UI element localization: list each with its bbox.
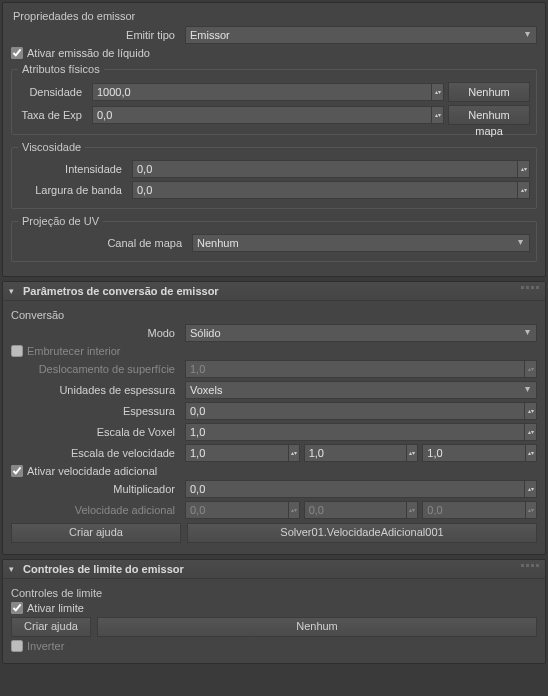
- create-help-limit-button[interactable]: Criar ajuda: [11, 617, 91, 637]
- chevron-down-icon: ▾: [9, 564, 19, 574]
- viscosity-group: Viscosidade Intensidade ▴▾ Largura de ba…: [11, 141, 537, 209]
- thickness-spinner[interactable]: ▴▾: [525, 402, 537, 420]
- velocity-scale-x-spinner[interactable]: ▴▾: [289, 444, 300, 462]
- activate-additional-velocity-label: Ativar velocidade adicional: [27, 465, 157, 477]
- additional-velocity-y-spinner: ▴▾: [407, 501, 418, 519]
- additional-velocity-z-spinner: ▴▾: [526, 501, 537, 519]
- density-spinner[interactable]: ▴▾: [432, 83, 444, 101]
- intensity-label: Intensidade: [18, 163, 128, 175]
- surface-disp-input: [185, 360, 525, 378]
- drag-handle-icon[interactable]: [521, 286, 539, 289]
- velocity-scale-y-input[interactable]: [304, 444, 408, 462]
- conversion-params-title: Parâmetros de conversão de emissor: [23, 285, 219, 297]
- velocity-scale-y-spinner[interactable]: ▴▾: [407, 444, 418, 462]
- emitter-limits-subheading: Controles de limite: [11, 587, 537, 599]
- uv-projection-group: Projeção de UV Canal de mapa Nenhum: [11, 215, 537, 262]
- conversion-subheading: Conversão: [11, 309, 537, 321]
- exp-rate-spinner[interactable]: ▴▾: [432, 106, 444, 124]
- exp-rate-map-button[interactable]: Nenhum mapa: [448, 105, 530, 125]
- voxel-scale-label: Escala de Voxel: [11, 426, 181, 438]
- velocity-scale-label: Escala de velocidade: [11, 447, 181, 459]
- exp-rate-input[interactable]: [92, 106, 432, 124]
- multiplier-spinner[interactable]: ▴▾: [525, 480, 537, 498]
- thickness-units-label: Unidades de espessura: [11, 384, 181, 396]
- multiplier-label: Multiplicador: [11, 483, 181, 495]
- thickness-label: Espessura: [11, 405, 181, 417]
- emit-type-label: Emitir tipo: [11, 29, 181, 41]
- emitter-limits-title: Controles de limite do emissor: [23, 563, 184, 575]
- limit-target-button[interactable]: Nenhum: [97, 617, 537, 637]
- activate-liquid-emission-label: Ativar emissão de líquido: [27, 47, 150, 59]
- additional-velocity-y-input: [304, 501, 408, 519]
- chevron-down-icon: ▾: [9, 286, 19, 296]
- density-map-button[interactable]: Nenhum mapa: [448, 82, 530, 102]
- activate-liquid-emission-checkbox[interactable]: [11, 47, 23, 59]
- additional-velocity-z-input: [422, 501, 526, 519]
- embrutecer-checkbox: [11, 345, 23, 357]
- additional-velocity-x-spinner: ▴▾: [289, 501, 300, 519]
- solver-ref-button[interactable]: Solver01.VelocidadeAdicional001: [187, 523, 537, 543]
- emitter-properties-panel: Propriedades do emissor Emitir tipo Emis…: [2, 2, 546, 277]
- drag-handle-icon[interactable]: [521, 564, 539, 567]
- emit-type-value: Emissor: [190, 29, 230, 41]
- physical-attributes-group: Atributos físicos Densidade ▴▾ Nenhum ma…: [11, 63, 537, 135]
- uv-projection-legend: Projeção de UV: [18, 215, 103, 227]
- thickness-input[interactable]: [185, 402, 525, 420]
- emit-type-dropdown[interactable]: Emissor: [185, 26, 537, 44]
- viscosity-legend: Viscosidade: [18, 141, 85, 153]
- additional-velocity-x-input: [185, 501, 289, 519]
- activate-limit-checkbox[interactable]: [11, 602, 23, 614]
- thickness-units-dropdown[interactable]: Voxels: [185, 381, 537, 399]
- multiplier-input[interactable]: [185, 480, 525, 498]
- intensity-spinner[interactable]: ▴▾: [518, 160, 530, 178]
- map-channel-value: Nenhum: [197, 237, 239, 249]
- emitter-limits-header[interactable]: ▾ Controles de limite do emissor: [3, 560, 545, 579]
- activate-additional-velocity-checkbox[interactable]: [11, 465, 23, 477]
- create-help-button[interactable]: Criar ajuda: [11, 523, 181, 543]
- activate-limit-label: Ativar limite: [27, 602, 84, 614]
- voxel-scale-spinner[interactable]: ▴▾: [525, 423, 537, 441]
- additional-velocity-label: Velocidade adicional: [11, 504, 181, 516]
- panel-title: Propriedades do emissor: [11, 7, 537, 22]
- velocity-scale-z-spinner[interactable]: ▴▾: [526, 444, 537, 462]
- map-channel-dropdown[interactable]: Nenhum: [192, 234, 530, 252]
- intensity-input[interactable]: [132, 160, 518, 178]
- bandwidth-label: Largura de banda: [18, 184, 128, 196]
- surface-disp-label: Deslocamento de superfície: [11, 363, 181, 375]
- voxel-scale-input[interactable]: [185, 423, 525, 441]
- thickness-units-value: Voxels: [190, 384, 222, 396]
- conversion-params-panel: ▾ Parâmetros de conversão de emissor Con…: [2, 281, 546, 555]
- embrutecer-label: Embrutecer interior: [27, 345, 121, 357]
- surface-disp-spinner: ▴▾: [525, 360, 537, 378]
- conversion-params-header[interactable]: ▾ Parâmetros de conversão de emissor: [3, 282, 545, 301]
- density-label: Densidade: [18, 86, 88, 98]
- bandwidth-input[interactable]: [132, 181, 518, 199]
- emitter-limits-panel: ▾ Controles de limite do emissor Control…: [2, 559, 546, 664]
- velocity-scale-z-input[interactable]: [422, 444, 526, 462]
- map-channel-label: Canal de mapa: [18, 237, 188, 249]
- mode-dropdown[interactable]: Sólido: [185, 324, 537, 342]
- invert-checkbox: [11, 640, 23, 652]
- velocity-scale-x-input[interactable]: [185, 444, 289, 462]
- density-input[interactable]: [92, 83, 432, 101]
- physical-attributes-legend: Atributos físicos: [18, 63, 104, 75]
- exp-rate-label: Taxa de Exp: [18, 109, 88, 121]
- bandwidth-spinner[interactable]: ▴▾: [518, 181, 530, 199]
- invert-label: Inverter: [27, 640, 64, 652]
- mode-value: Sólido: [190, 327, 221, 339]
- mode-label: Modo: [11, 327, 181, 339]
